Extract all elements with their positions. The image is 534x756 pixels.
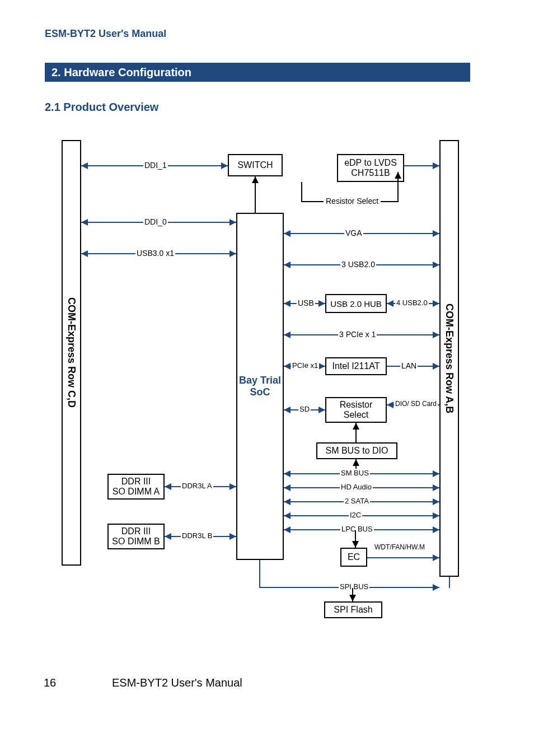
ddrb-l1: DDR III	[121, 526, 151, 536]
usb-label: USB	[297, 298, 315, 307]
i2c-label: I2C	[349, 511, 362, 519]
page-number: 16	[44, 676, 56, 689]
chapter-bar: 2. Hardware Configuration	[45, 63, 470, 82]
spi-label: SPI BUS	[339, 582, 369, 591]
resistor-select-box: Resistor Select	[325, 397, 387, 423]
dio-sd-label: DIO/ SD Card	[394, 400, 438, 408]
vga-label: VGA	[344, 228, 363, 237]
ddra-l2: SO DIMM A	[113, 487, 160, 497]
soc-box: Bay Trial SoC	[236, 213, 284, 560]
section-heading: 2.1 Product Overview	[45, 101, 158, 114]
ddr-a-box: DDR III SO DIMM A	[107, 474, 165, 500]
com-express-ab-box: COM-Express Row A,B	[439, 140, 459, 577]
manual-header: ESM-BYT2 User's Manual	[45, 28, 166, 40]
lvds-box: eDP to LVDS CH7511B	[337, 154, 404, 182]
smbus-label: SM BUS	[340, 469, 370, 477]
soc-label1: Bay Trial	[239, 375, 281, 386]
spi-flash-box: SPI Flash	[324, 601, 382, 618]
ddr-b-box: DDR III SO DIMM B	[107, 524, 165, 549]
usb-hub-box: USB 2.0 HUB	[325, 294, 387, 313]
wdt-label: WDT/FAN/HW.M	[373, 543, 426, 551]
lvds-l1: eDP to LVDS	[344, 158, 397, 168]
ec-box: EC	[340, 548, 367, 567]
lan-label: LAN	[400, 361, 418, 370]
res-l2: Select	[344, 410, 368, 420]
hdaudio-label: HD Audio	[340, 483, 373, 491]
lvds-l2: CH7511B	[351, 168, 390, 178]
pcie1-label: PCIe x1	[291, 361, 319, 370]
usb30-label: USB3.0 x1	[135, 249, 175, 258]
sd-label: SD	[298, 405, 311, 413]
com-express-cd-label: COM-Express Row C,D	[65, 297, 77, 408]
resistor-select-label: Resistor Select	[325, 197, 380, 206]
ddi0-label: DDI_0	[143, 217, 168, 226]
usb20-3-label: 3 USB2.0	[340, 260, 376, 269]
lpc-label: LPC BUS	[340, 525, 374, 533]
usb20-4-label: 4 USB2.0	[395, 298, 429, 307]
sata-label: 2 SATA	[344, 497, 370, 505]
ddra-l1: DDR III	[121, 477, 151, 487]
pcie3-label: 3 PCIe x 1	[338, 330, 377, 339]
ddrb-l2: SO DIMM B	[112, 536, 160, 547]
ddi1-label: DDI_1	[143, 161, 168, 170]
block-diagram: COM-Express Row C,D COM-Express Row A,B …	[62, 140, 459, 623]
smbus-dio-box: SM BUS to DIO	[316, 442, 397, 459]
ddr3lb-label: DDR3L B	[181, 531, 213, 540]
footer-text: ESM-BYT2 User's Manual	[112, 676, 242, 689]
res-l1: Resistor	[340, 400, 373, 410]
com-express-ab-label: COM-Express Row A,B	[443, 304, 455, 413]
switch-box: SWITCH	[228, 154, 283, 176]
com-express-cd-box: COM-Express Row C,D	[62, 140, 81, 566]
ddr3la-label: DDR3L A	[181, 482, 213, 490]
soc-label2: SoC	[250, 386, 270, 398]
i211-box: Intel I211AT	[325, 357, 387, 375]
